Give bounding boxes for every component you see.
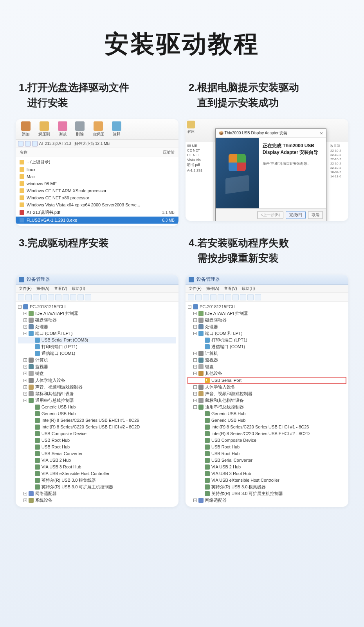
tree-node[interactable]: 通信端口 (COM1) xyxy=(188,343,346,350)
toolbar-icon[interactable] xyxy=(70,294,76,300)
tree-node[interactable]: VIA USB eXtensible Host Controller xyxy=(188,477,346,484)
tree-node[interactable]: Generic USB Hub xyxy=(188,417,346,424)
devmgr-toolbar[interactable] xyxy=(186,293,348,302)
tree-node[interactable]: +键盘 xyxy=(188,363,346,370)
tree-node[interactable]: 英特尔(R) USB 3.0 根集线器 xyxy=(188,484,346,490)
file-row[interactable]: FLUSBVGA-1.1.291.0.exe6.3 MB xyxy=(16,217,178,224)
toolbar-icon[interactable] xyxy=(232,294,239,300)
file-row[interactable]: AT-213说明书.pdf3.1 MB xyxy=(16,208,178,217)
tree-node[interactable]: USB Root Hub xyxy=(188,444,346,450)
tree-node[interactable]: Intel(R) 8 Series/C220 Series USB EHCI #… xyxy=(18,424,176,430)
tree-node[interactable]: Intel(R) 8 Series/C220 Series USB EHCI #… xyxy=(18,417,176,424)
tree-node[interactable]: 英特尔(R) USB 3.0 根集线器 xyxy=(18,477,176,484)
tree-node[interactable]: Intel(R) 8 Series/C220 Series USB EHCI #… xyxy=(188,424,346,430)
address-bar[interactable]: AT-213.zip\AT-213 - 解包大小为 12.1 MB xyxy=(16,140,178,148)
tree-node[interactable]: −通用串行总线控制器 xyxy=(18,397,176,404)
toolbar-icon[interactable] xyxy=(40,294,47,300)
toolbar-icon[interactable] xyxy=(210,294,216,300)
tree-node[interactable]: +系统设备 xyxy=(18,497,176,504)
close-icon[interactable]: ✕ xyxy=(320,131,323,136)
tree-node[interactable]: +鼠标和其他指针设备 xyxy=(188,397,346,404)
toolbar-自解压[interactable]: 自解压 xyxy=(89,121,107,138)
toolbar-icon[interactable] xyxy=(255,294,261,300)
tree-node[interactable]: −通用串行总线控制器 xyxy=(188,404,346,410)
tree-node[interactable]: −PC-20181215FCLL xyxy=(188,304,346,310)
tree-node[interactable]: +人体学输入设备 xyxy=(188,384,346,390)
nav-icon[interactable] xyxy=(25,141,31,146)
tree-node[interactable]: +处理器 xyxy=(18,323,176,330)
tree-node[interactable]: 通信端口 (COM1) xyxy=(18,350,176,357)
tree-node[interactable]: +人体学输入设备 xyxy=(18,377,176,384)
tree-node[interactable]: +磁盘驱动器 xyxy=(188,317,346,323)
toolbar-icon[interactable] xyxy=(203,294,209,300)
tree-node[interactable]: −端口 (COM 和 LPT) xyxy=(18,330,176,337)
tree-node[interactable]: +网络适配器 xyxy=(18,490,176,497)
tree-node[interactable]: USB Root Hub xyxy=(188,450,346,457)
toolbar-icon[interactable] xyxy=(240,294,246,300)
toolbar-icon[interactable] xyxy=(195,294,202,300)
nav-icon[interactable] xyxy=(18,141,23,146)
tree-node[interactable]: VIA USB 3 Root Hub xyxy=(18,464,176,470)
tree-node[interactable]: −其他设备 xyxy=(188,370,346,377)
tree-node[interactable]: Generic USB Hub xyxy=(18,410,176,417)
tree-node[interactable]: +网络适配器 xyxy=(188,497,346,504)
toolbar-测试[interactable]: 测试 xyxy=(55,121,70,138)
toolbar-添加[interactable]: 添加 xyxy=(18,121,34,138)
tree-node[interactable]: +声音、视频和游戏控制器 xyxy=(18,384,176,390)
file-row[interactable]: Windows Vista Vista x64 xp xp64 2000 Ser… xyxy=(16,201,178,208)
tree-node[interactable]: USB Composite Device xyxy=(18,430,176,437)
tree-node[interactable]: +鼠标和其他指针设备 xyxy=(18,390,176,397)
tree-node[interactable]: USB Serial Port (COM3) xyxy=(18,337,176,343)
tree-node[interactable]: −端口 (COM 和 LPT) xyxy=(188,330,346,337)
tree-node[interactable]: Generic USB Hub xyxy=(18,404,176,410)
toolbar-注释[interactable]: 注释 xyxy=(109,121,124,138)
toolbar-icon[interactable] xyxy=(18,294,24,300)
tree-node[interactable]: 英特尔(R) USB 3.0 可扩展主机控制器 xyxy=(18,484,176,490)
tree-node[interactable]: USB Root Hub xyxy=(18,437,176,444)
tree-node[interactable]: VIA USB eXtensible Host Controller xyxy=(18,470,176,477)
file-row[interactable]: Windows CE NET ARM XScale processor xyxy=(16,187,178,194)
file-row[interactable]: Mac xyxy=(16,173,178,180)
devmgr-toolbar[interactable] xyxy=(16,293,178,302)
tree-node[interactable]: +键盘 xyxy=(18,370,176,377)
tree-node[interactable]: +计算机 xyxy=(188,350,346,357)
toolbar-icon[interactable] xyxy=(48,294,54,300)
tree-node[interactable]: +磁盘驱动器 xyxy=(18,317,176,323)
tree-node[interactable]: USB Serial Converter xyxy=(18,450,176,457)
tree-node[interactable]: 打印机端口 (LPT1) xyxy=(188,337,346,343)
tree-node[interactable]: +声音、视频和游戏控制器 xyxy=(188,390,346,397)
tree-node[interactable]: USB Serial Converter xyxy=(188,457,346,464)
tree-node[interactable]: +监视器 xyxy=(188,357,346,363)
toolbar-icon[interactable] xyxy=(247,294,254,300)
toolbar-icon[interactable] xyxy=(188,294,194,300)
tree-node[interactable]: USB Composite Device xyxy=(188,437,346,444)
tree-node-warning[interactable]: USB Serial Port xyxy=(188,377,346,384)
cancel-button[interactable]: 取消 xyxy=(308,211,323,219)
toolbar-解压到[interactable]: 解压到 xyxy=(35,121,53,138)
tree-node[interactable]: +IDE ATA/ATAPI 控制器 xyxy=(188,310,346,317)
file-row[interactable]: linux xyxy=(16,166,178,173)
tree-node[interactable]: 打印机端口 (LPT1) xyxy=(18,343,176,350)
file-row[interactable]: windows 98 ME xyxy=(16,180,178,187)
toolbar-icon[interactable] xyxy=(85,294,91,300)
tree-node[interactable]: +IDE ATA/ATAPI 控制器 xyxy=(18,310,176,317)
toolbar-icon[interactable] xyxy=(77,294,84,300)
tree-node[interactable]: +处理器 xyxy=(188,323,346,330)
tree-node[interactable]: VIA USB 3 Root Hub xyxy=(188,470,346,477)
toolbar-icon[interactable] xyxy=(55,294,61,300)
nav-icon[interactable] xyxy=(32,141,38,146)
tree-node[interactable]: Intel(R) 8 Series/C220 Series USB EHCI #… xyxy=(188,430,346,437)
tree-node[interactable]: VIA USB 2 Hub xyxy=(18,457,176,464)
menu-bar[interactable]: 文件(F)操作(A)查看(V)帮助(H) xyxy=(16,285,178,293)
tree-node[interactable]: +计算机 xyxy=(18,357,176,363)
finish-button[interactable]: 完成(F) xyxy=(286,211,306,219)
toolbar-删除[interactable]: 删除 xyxy=(72,121,88,138)
toolbar-icon[interactable] xyxy=(225,294,231,300)
tree-node[interactable]: USB Root Hub xyxy=(18,444,176,450)
toolbar-icon[interactable] xyxy=(25,294,32,300)
toolbar-icon[interactable] xyxy=(63,294,69,300)
toolbar-icon[interactable] xyxy=(218,294,224,300)
tree-node[interactable]: +监视器 xyxy=(18,363,176,370)
file-row[interactable]: .. (上级目录) xyxy=(16,158,178,166)
tree-node[interactable]: −PC-20181215FCLL xyxy=(18,304,176,310)
